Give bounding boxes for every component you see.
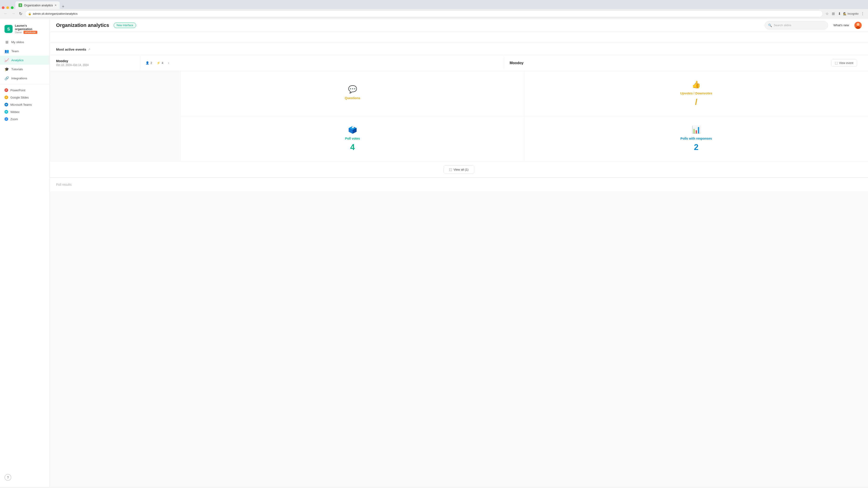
bottom-section: Poll results: [50, 177, 868, 191]
view-all-label: View all (1): [454, 168, 469, 171]
svg-point-3: [857, 23, 860, 26]
active-tab[interactable]: S Organization analytics ×: [16, 1, 60, 9]
stat-box-polls-responses: 📊 Polls with responses 2: [524, 116, 868, 161]
sidebar: S Lauren's organization Owner UPGRADE ⊞ …: [0, 19, 50, 487]
tutorials-icon: 🎓: [4, 67, 9, 71]
integration-label-webex: Webex: [10, 110, 20, 113]
upvotes-stat-value: /: [695, 97, 698, 107]
poll-votes-stat-value: 4: [350, 142, 355, 152]
search-icon: 🔍: [768, 24, 772, 27]
svg-text:S: S: [7, 27, 10, 31]
participants-icon: 👤: [146, 61, 149, 65]
help-section: ?: [0, 470, 50, 484]
search-bar[interactable]: 🔍: [765, 21, 828, 29]
integration-webex[interactable]: W Webex: [0, 108, 50, 116]
sidebar-item-integrations[interactable]: 🔗 Integrations: [0, 74, 50, 83]
org-role: Owner UPGRADE: [15, 31, 45, 34]
org-name: Lauren's organization: [15, 24, 45, 31]
most-active-events-section: Most active events ↗ Moodoy Oct 10, 2024…: [50, 43, 868, 177]
slido-logo-icon: S: [4, 25, 13, 33]
event-stats-grid: 💬 Questions 👍 Upvotes / Downvotes /: [181, 71, 868, 161]
app-container: S Lauren's organization Owner UPGRADE ⊞ …: [0, 19, 868, 487]
tab-title: Organization analytics: [24, 4, 53, 7]
slido-brand: S Lauren's organization Owner UPGRADE: [0, 21, 50, 37]
main-content: Most active events ↗ Moodoy Oct 10, 2024…: [50, 32, 868, 487]
tab-close-btn[interactable]: ×: [55, 3, 57, 7]
address-bar-row: ← → ↻ 🔒 admin.sli.do/organization/analyt…: [0, 9, 868, 19]
bookmark-btn[interactable]: ☆: [825, 11, 830, 17]
sidebar-item-team[interactable]: 👥 Team: [0, 46, 50, 56]
menu-btn[interactable]: ⋮: [860, 11, 865, 17]
zoom-icon: Z: [4, 117, 8, 121]
event-row: Moodoy Oct 10, 2024–Oct 14, 2024 👤 2 ⚡ 4: [50, 55, 868, 71]
address-bar[interactable]: 🔒 admin.sli.do/organization/analytics: [25, 10, 823, 17]
upgrade-badge[interactable]: UPGRADE: [24, 31, 37, 34]
org-info: Lauren's organization Owner UPGRADE: [15, 24, 45, 34]
incognito-label: Incognito: [847, 12, 859, 15]
search-input[interactable]: [774, 24, 819, 27]
user-avatar[interactable]: [855, 22, 862, 29]
sidebar-item-label-analytics: Analytics: [11, 59, 24, 62]
incognito-btn[interactable]: 🕵 Incognito: [843, 12, 859, 15]
sidebar-item-tutorials[interactable]: 🎓 Tutorials: [0, 65, 50, 74]
app-header: Organization analytics New interface 🔍 W…: [50, 19, 868, 32]
expand-event-btn[interactable]: ›: [168, 61, 169, 65]
integration-powerpoint[interactable]: P PowerPoint: [0, 87, 50, 94]
tab-favicon: S: [19, 3, 22, 7]
lock-icon: 🔒: [28, 12, 31, 15]
google-slides-icon: G: [4, 96, 8, 99]
analytics-icon: 📈: [4, 58, 9, 62]
event-chart-area: [50, 71, 181, 161]
window-maximize[interactable]: [11, 6, 13, 9]
integration-microsoft-teams[interactable]: M Microsoft Teams: [0, 101, 50, 108]
new-interface-badge[interactable]: New interface: [114, 23, 136, 28]
sidebar-item-label-tutorials: Tutorials: [11, 68, 23, 71]
questions-stat-label: Questions: [345, 96, 360, 100]
window-minimize[interactable]: [6, 6, 9, 9]
integration-label-google-slides: Google Slides: [10, 96, 29, 99]
main-nav: ⊞ My slidos 👥 Team 📈 Analytics 🎓 Tutoria…: [0, 37, 50, 83]
upvotes-stat-icon: 👍: [692, 80, 701, 89]
incognito-icon: 🕵: [843, 12, 846, 15]
stat-box-questions: 💬 Questions: [181, 71, 524, 116]
view-all-external-icon: ⬚: [449, 168, 452, 171]
external-link-icon[interactable]: ↗: [88, 48, 90, 51]
integration-zoom[interactable]: Z Zoom: [0, 116, 50, 123]
sidebar-item-label-integrations: Integrations: [11, 76, 27, 80]
event-stats-summary: 👤 2 ⚡ 4 ›: [140, 57, 504, 69]
stat-chip-questions: ⚡ 4: [157, 61, 163, 65]
polls-responses-stat-value: 2: [694, 142, 699, 152]
participants-count: 2: [151, 61, 152, 65]
view-all-btn[interactable]: ⬚ View all (1): [443, 165, 474, 174]
event-info-cell: Moodoy Oct 10, 2024–Oct 14, 2024: [50, 56, 140, 70]
event-name-large: Moodoy: [510, 61, 524, 65]
main-container: Organization analytics New interface 🔍 W…: [50, 19, 868, 487]
poll-votes-stat-icon: 🗳️: [348, 125, 357, 134]
bottom-label: Poll results: [56, 183, 71, 186]
help-btn[interactable]: ?: [4, 474, 11, 481]
section-title: Most active events: [56, 47, 86, 51]
new-tab-btn[interactable]: +: [60, 4, 67, 9]
sidebar-item-analytics[interactable]: 📈 Analytics: [0, 56, 50, 65]
integration-google-slides[interactable]: G Google Slides: [0, 94, 50, 101]
extensions-btn[interactable]: ⊞: [831, 11, 836, 17]
event-detail-header: Moodoy ⬚ View event: [504, 55, 868, 71]
address-url: admin.sli.do/organization/analytics: [33, 12, 78, 15]
whats-new-btn[interactable]: What's new: [832, 24, 851, 27]
questions-stat-icon: 💬: [348, 85, 357, 94]
nav-refresh-btn[interactable]: ↻: [18, 10, 23, 17]
sidebar-item-my-slidos[interactable]: ⊞ My slidos: [0, 37, 50, 46]
webex-icon: W: [4, 110, 8, 113]
downloads-btn[interactable]: ⬇: [837, 11, 842, 17]
stat-chip-participants: 👤 2: [146, 61, 152, 65]
view-event-btn[interactable]: ⬚ View event: [831, 59, 857, 67]
page-title: Organization analytics: [56, 22, 109, 28]
nav-forward-btn[interactable]: →: [10, 10, 16, 17]
nav-back-btn[interactable]: ←: [3, 10, 8, 17]
top-spacer-card: [50, 32, 868, 43]
stat-box-poll-votes: 🗳️ Poll votes 4: [181, 116, 524, 161]
window-close[interactable]: [2, 6, 4, 9]
polls-responses-stat-icon: 📊: [692, 125, 701, 134]
browser-window: S Organization analytics × + ← → ↻ 🔒 adm…: [0, 0, 868, 487]
integrations-list: P PowerPoint G Google Slides M Microsoft…: [0, 87, 50, 123]
